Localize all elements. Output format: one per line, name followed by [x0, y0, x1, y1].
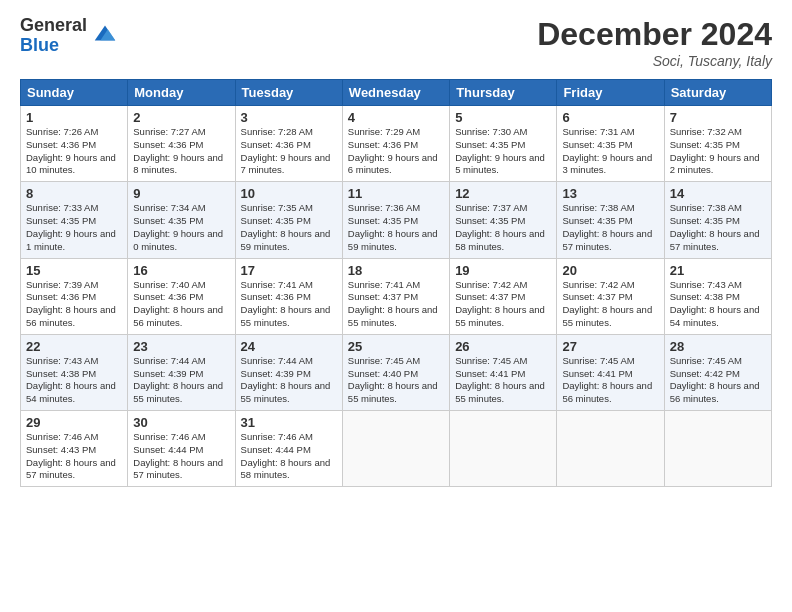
- day-11: 11 Sunrise: 7:36 AM Sunset: 4:35 PM Dayl…: [342, 182, 449, 258]
- day-info-13: Sunrise: 7:38 AM Sunset: 4:35 PM Dayligh…: [562, 202, 658, 253]
- calendar-week-row: 8 Sunrise: 7:33 AM Sunset: 4:35 PM Dayli…: [21, 182, 772, 258]
- day-number-6: 6: [562, 110, 658, 125]
- calendar-week-row: 29 Sunrise: 7:46 AM Sunset: 4:43 PM Dayl…: [21, 411, 772, 487]
- day-number-2: 2: [133, 110, 229, 125]
- day-number-22: 22: [26, 339, 122, 354]
- day-7: 7 Sunrise: 7:32 AM Sunset: 4:35 PM Dayli…: [664, 106, 771, 182]
- day-30: 30 Sunrise: 7:46 AM Sunset: 4:44 PM Dayl…: [128, 411, 235, 487]
- day-18: 18 Sunrise: 7:41 AM Sunset: 4:37 PM Dayl…: [342, 258, 449, 334]
- day-27: 27 Sunrise: 7:45 AM Sunset: 4:41 PM Dayl…: [557, 334, 664, 410]
- day-number-26: 26: [455, 339, 551, 354]
- day-8: 8 Sunrise: 7:33 AM Sunset: 4:35 PM Dayli…: [21, 182, 128, 258]
- day-5: 5 Sunrise: 7:30 AM Sunset: 4:35 PM Dayli…: [450, 106, 557, 182]
- empty-day: [342, 411, 449, 487]
- day-1: 1 Sunrise: 7:26 AM Sunset: 4:36 PM Dayli…: [21, 106, 128, 182]
- day-number-11: 11: [348, 186, 444, 201]
- day-info-17: Sunrise: 7:41 AM Sunset: 4:36 PM Dayligh…: [241, 279, 337, 330]
- day-number-7: 7: [670, 110, 766, 125]
- day-number-15: 15: [26, 263, 122, 278]
- day-info-12: Sunrise: 7:37 AM Sunset: 4:35 PM Dayligh…: [455, 202, 551, 253]
- day-info-14: Sunrise: 7:38 AM Sunset: 4:35 PM Dayligh…: [670, 202, 766, 253]
- calendar-week-row: 22 Sunrise: 7:43 AM Sunset: 4:38 PM Dayl…: [21, 334, 772, 410]
- day-number-14: 14: [670, 186, 766, 201]
- day-info-18: Sunrise: 7:41 AM Sunset: 4:37 PM Dayligh…: [348, 279, 444, 330]
- day-29: 29 Sunrise: 7:46 AM Sunset: 4:43 PM Dayl…: [21, 411, 128, 487]
- day-22: 22 Sunrise: 7:43 AM Sunset: 4:38 PM Dayl…: [21, 334, 128, 410]
- day-info-1: Sunrise: 7:26 AM Sunset: 4:36 PM Dayligh…: [26, 126, 122, 177]
- day-info-15: Sunrise: 7:39 AM Sunset: 4:36 PM Dayligh…: [26, 279, 122, 330]
- day-number-27: 27: [562, 339, 658, 354]
- day-9: 9 Sunrise: 7:34 AM Sunset: 4:35 PM Dayli…: [128, 182, 235, 258]
- day-info-10: Sunrise: 7:35 AM Sunset: 4:35 PM Dayligh…: [241, 202, 337, 253]
- day-info-20: Sunrise: 7:42 AM Sunset: 4:37 PM Dayligh…: [562, 279, 658, 330]
- page: General Blue December 2024 Soci, Tuscany…: [0, 0, 792, 612]
- day-info-5: Sunrise: 7:30 AM Sunset: 4:35 PM Dayligh…: [455, 126, 551, 177]
- day-info-6: Sunrise: 7:31 AM Sunset: 4:35 PM Dayligh…: [562, 126, 658, 177]
- empty-day: [557, 411, 664, 487]
- day-24: 24 Sunrise: 7:44 AM Sunset: 4:39 PM Dayl…: [235, 334, 342, 410]
- day-26: 26 Sunrise: 7:45 AM Sunset: 4:41 PM Dayl…: [450, 334, 557, 410]
- empty-day: [450, 411, 557, 487]
- day-number-17: 17: [241, 263, 337, 278]
- day-number-19: 19: [455, 263, 551, 278]
- header: General Blue December 2024 Soci, Tuscany…: [20, 16, 772, 69]
- location: Soci, Tuscany, Italy: [537, 53, 772, 69]
- logo-blue: Blue: [20, 36, 87, 56]
- header-tuesday: Tuesday: [235, 80, 342, 106]
- day-number-4: 4: [348, 110, 444, 125]
- day-info-21: Sunrise: 7:43 AM Sunset: 4:38 PM Dayligh…: [670, 279, 766, 330]
- day-info-7: Sunrise: 7:32 AM Sunset: 4:35 PM Dayligh…: [670, 126, 766, 177]
- day-14: 14 Sunrise: 7:38 AM Sunset: 4:35 PM Dayl…: [664, 182, 771, 258]
- day-number-9: 9: [133, 186, 229, 201]
- day-21: 21 Sunrise: 7:43 AM Sunset: 4:38 PM Dayl…: [664, 258, 771, 334]
- day-number-13: 13: [562, 186, 658, 201]
- day-number-28: 28: [670, 339, 766, 354]
- day-info-23: Sunrise: 7:44 AM Sunset: 4:39 PM Dayligh…: [133, 355, 229, 406]
- day-15: 15 Sunrise: 7:39 AM Sunset: 4:36 PM Dayl…: [21, 258, 128, 334]
- day-12: 12 Sunrise: 7:37 AM Sunset: 4:35 PM Dayl…: [450, 182, 557, 258]
- day-number-24: 24: [241, 339, 337, 354]
- day-23: 23 Sunrise: 7:44 AM Sunset: 4:39 PM Dayl…: [128, 334, 235, 410]
- day-10: 10 Sunrise: 7:35 AM Sunset: 4:35 PM Dayl…: [235, 182, 342, 258]
- day-info-4: Sunrise: 7:29 AM Sunset: 4:36 PM Dayligh…: [348, 126, 444, 177]
- day-info-31: Sunrise: 7:46 AM Sunset: 4:44 PM Dayligh…: [241, 431, 337, 482]
- calendar: Sunday Monday Tuesday Wednesday Thursday…: [20, 79, 772, 487]
- logo-general: General: [20, 16, 87, 36]
- day-number-31: 31: [241, 415, 337, 430]
- title-section: December 2024 Soci, Tuscany, Italy: [537, 16, 772, 69]
- calendar-week-row: 1 Sunrise: 7:26 AM Sunset: 4:36 PM Dayli…: [21, 106, 772, 182]
- day-info-30: Sunrise: 7:46 AM Sunset: 4:44 PM Dayligh…: [133, 431, 229, 482]
- day-number-20: 20: [562, 263, 658, 278]
- day-info-29: Sunrise: 7:46 AM Sunset: 4:43 PM Dayligh…: [26, 431, 122, 482]
- day-number-10: 10: [241, 186, 337, 201]
- day-number-23: 23: [133, 339, 229, 354]
- day-25: 25 Sunrise: 7:45 AM Sunset: 4:40 PM Dayl…: [342, 334, 449, 410]
- month-title: December 2024: [537, 16, 772, 53]
- day-info-11: Sunrise: 7:36 AM Sunset: 4:35 PM Dayligh…: [348, 202, 444, 253]
- header-saturday: Saturday: [664, 80, 771, 106]
- day-info-26: Sunrise: 7:45 AM Sunset: 4:41 PM Dayligh…: [455, 355, 551, 406]
- day-2: 2 Sunrise: 7:27 AM Sunset: 4:36 PM Dayli…: [128, 106, 235, 182]
- header-sunday: Sunday: [21, 80, 128, 106]
- day-number-18: 18: [348, 263, 444, 278]
- day-info-8: Sunrise: 7:33 AM Sunset: 4:35 PM Dayligh…: [26, 202, 122, 253]
- day-info-2: Sunrise: 7:27 AM Sunset: 4:36 PM Dayligh…: [133, 126, 229, 177]
- day-20: 20 Sunrise: 7:42 AM Sunset: 4:37 PM Dayl…: [557, 258, 664, 334]
- day-13: 13 Sunrise: 7:38 AM Sunset: 4:35 PM Dayl…: [557, 182, 664, 258]
- day-3: 3 Sunrise: 7:28 AM Sunset: 4:36 PM Dayli…: [235, 106, 342, 182]
- header-wednesday: Wednesday: [342, 80, 449, 106]
- day-info-19: Sunrise: 7:42 AM Sunset: 4:37 PM Dayligh…: [455, 279, 551, 330]
- day-number-30: 30: [133, 415, 229, 430]
- day-28: 28 Sunrise: 7:45 AM Sunset: 4:42 PM Dayl…: [664, 334, 771, 410]
- day-number-12: 12: [455, 186, 551, 201]
- day-6: 6 Sunrise: 7:31 AM Sunset: 4:35 PM Dayli…: [557, 106, 664, 182]
- day-17: 17 Sunrise: 7:41 AM Sunset: 4:36 PM Dayl…: [235, 258, 342, 334]
- day-info-28: Sunrise: 7:45 AM Sunset: 4:42 PM Dayligh…: [670, 355, 766, 406]
- header-monday: Monday: [128, 80, 235, 106]
- weekday-header-row: Sunday Monday Tuesday Wednesday Thursday…: [21, 80, 772, 106]
- day-16: 16 Sunrise: 7:40 AM Sunset: 4:36 PM Dayl…: [128, 258, 235, 334]
- day-info-16: Sunrise: 7:40 AM Sunset: 4:36 PM Dayligh…: [133, 279, 229, 330]
- day-number-1: 1: [26, 110, 122, 125]
- day-info-9: Sunrise: 7:34 AM Sunset: 4:35 PM Dayligh…: [133, 202, 229, 253]
- day-info-3: Sunrise: 7:28 AM Sunset: 4:36 PM Dayligh…: [241, 126, 337, 177]
